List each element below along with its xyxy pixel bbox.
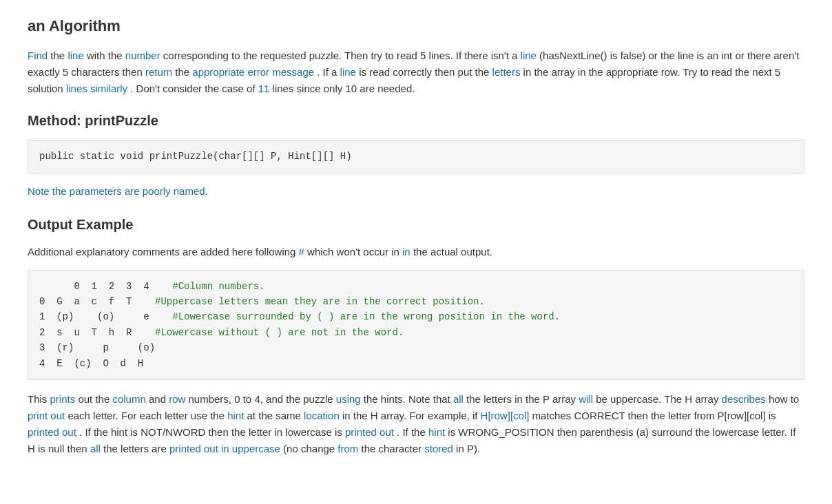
description-paragraph-1: This prints out the column and row numbe…	[28, 391, 804, 457]
desc-text-7: be uppercase. The H array	[596, 393, 721, 405]
return-link: return	[145, 66, 172, 78]
desc-text-10: at the same	[247, 410, 304, 421]
output-comment-3: #Lowercase surrounded by ( ) are in the …	[172, 311, 560, 322]
appropriate-link: appropriate	[192, 66, 245, 78]
line-link3: line	[340, 66, 356, 78]
intro-text-segment-5: the	[175, 66, 192, 78]
will-link: will	[579, 393, 593, 405]
hint-link: hint	[227, 410, 244, 421]
line-link: line	[67, 50, 83, 61]
explanatory-text: Additional explanatory comments are adde…	[28, 244, 804, 260]
all-link: all	[453, 393, 464, 405]
intro-text-segment-3: corresponding to the requested puzzle. T…	[163, 50, 521, 61]
lines-link: lines	[66, 83, 87, 94]
print-link: print out	[28, 410, 65, 421]
output-line-0: 0 G a c f T	[39, 296, 155, 307]
desc-text-1: This	[28, 393, 50, 405]
page-container: an Algorithm Find the line with the numb…	[28, 14, 804, 457]
describes-link: describes	[722, 393, 766, 405]
printed-link3: printed out in uppercase	[169, 443, 280, 454]
desc-text-8: how to	[769, 393, 799, 405]
all-link2: all	[90, 443, 101, 454]
output-comment-1: #Column numbers.	[172, 281, 264, 292]
method-heading: Method: printPuzzle	[28, 109, 804, 132]
output-code-block: 0 1 2 3 4 #Column numbers. 0 G a c f T #…	[28, 270, 804, 380]
desc-text-5: the hints. Note that	[364, 393, 453, 405]
desc-text-2: out the	[78, 393, 112, 405]
location-link: location	[304, 410, 340, 421]
letters-link: letters	[492, 66, 521, 78]
number-link: number	[125, 50, 160, 61]
output-line-3: 3 (r) p (o)	[39, 342, 155, 353]
hash-link: #	[299, 246, 304, 258]
explanatory-suffix: which won't occur in	[307, 246, 402, 258]
desc-text-4: numbers, 0 to 4, and the puzzle	[189, 393, 336, 405]
desc-text-19: in P).	[456, 443, 480, 454]
desc-text-18: the character	[362, 443, 425, 454]
output-line-2: 2 s u T h R	[39, 327, 155, 338]
hint-link2: hint	[428, 426, 445, 438]
using-link: using	[336, 393, 361, 405]
intro-text-segment-11: . Don't consider the case of	[130, 83, 258, 94]
desc-text-13: . If the hint is NOT/NWORD then the lett…	[79, 426, 345, 438]
printed-link: printed out	[28, 426, 76, 438]
explanatory-suffix2: the actual output.	[413, 246, 492, 258]
output-line-4: 4 E (c) O d H	[39, 358, 143, 369]
intro-text-segment-1: the	[50, 50, 67, 61]
output-comment-2: #Uppercase letters mean they are in the …	[155, 296, 485, 307]
line-link2: line	[521, 50, 537, 61]
desc-text-9: each letter. For each letter use the	[67, 410, 227, 421]
prints-link: prints	[50, 393, 76, 405]
hrowcol-link: H[row][col]	[481, 410, 530, 421]
from-link: from	[337, 443, 358, 454]
intro-text-segment-2: with the	[87, 50, 125, 61]
11-link: 11	[258, 83, 270, 94]
intro-text-segment-12: lines since only 10 are needed.	[273, 83, 415, 94]
intro-paragraph: Find the line with the number correspond…	[28, 48, 804, 97]
desc-text-16: the letters are	[103, 443, 169, 454]
output-line-1: 1 (p) (o) e	[39, 311, 172, 322]
intro-text-segment-7: . If a	[317, 66, 340, 78]
similarly-link: similarly	[90, 83, 127, 94]
desc-text-12: matches CORRECT then the letter from P[r…	[532, 410, 776, 421]
printed-link2: printed out	[345, 426, 394, 438]
algo-title: an Algorithm	[28, 14, 804, 38]
in-link: in	[402, 246, 410, 258]
column-link: column	[112, 393, 145, 405]
error-link: error message	[247, 66, 314, 78]
desc-text-11: in the H array. For example, if	[342, 410, 481, 421]
note-text: Note the parameters are poorly named.	[28, 183, 804, 200]
desc-text-6: the letters in the P array	[466, 393, 579, 405]
intro-text-segment-8: is read correctly then put the	[359, 66, 492, 78]
explanatory-prefix: Additional explanatory comments are adde…	[28, 246, 299, 258]
find-link: Find	[28, 50, 48, 61]
stored-link: stored	[424, 443, 453, 454]
row-link: row	[169, 393, 185, 405]
method-signature-block: public static void printPuzzle(char[][] …	[28, 140, 804, 173]
desc-text-3: and	[149, 393, 169, 405]
output-comment-4: #Lowercase without ( ) are not in the wo…	[155, 327, 404, 338]
desc-text-17: (no change	[283, 443, 337, 454]
desc-text-14: . If the	[397, 426, 428, 438]
output-heading: Output Example	[28, 213, 804, 235]
output-line-col-nums: 0 1 2 3 4	[39, 281, 172, 292]
